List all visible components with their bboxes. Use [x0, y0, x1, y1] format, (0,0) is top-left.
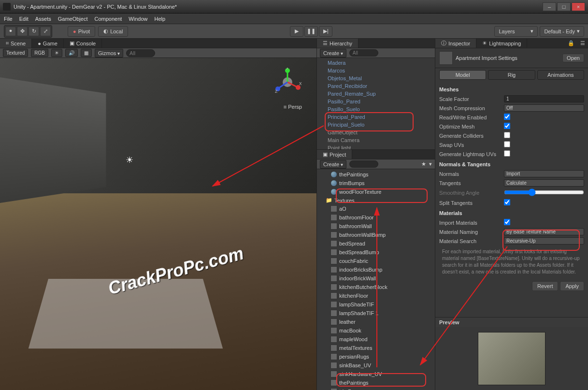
project-item[interactable]: kitchenButcherBlock [317, 283, 435, 291]
project-item[interactable]: bathroomFloor [317, 213, 435, 222]
tab-console[interactable]: ▣Console [64, 39, 102, 48]
project-item[interactable]: sinkHardware_UV [317, 370, 435, 378]
menu-help[interactable]: Help [154, 16, 165, 22]
preview-header[interactable]: Preview [435, 318, 588, 327]
project-item[interactable]: macBook [317, 326, 435, 335]
layout-dropdown[interactable]: Default - Edy▾ [540, 26, 584, 37]
material-naming-dropdown[interactable]: By Base Texture Name [504, 228, 584, 235]
hierarchy-item[interactable]: GameObject [317, 129, 435, 136]
material-search-dropdown[interactable]: Recursive-Up [504, 237, 584, 245]
project-item[interactable]: indoorBrickWall [317, 274, 435, 283]
hierarchy-item[interactable]: Pasillo_Pared [317, 98, 435, 105]
rig-tab[interactable]: Rig [488, 70, 535, 80]
mesh-compression-dropdown[interactable]: Off [504, 104, 584, 112]
hierarchy-item[interactable]: Pasillo_Suelo [317, 105, 435, 113]
import-materials-checkbox[interactable] [504, 219, 510, 225]
pivot-toggle[interactable]: ●Pivot [68, 26, 95, 37]
menu-component[interactable]: Component [94, 16, 122, 22]
project-search[interactable] [349, 160, 378, 168]
project-item[interactable]: indoorBricksBump [317, 265, 435, 274]
project-menu-icon[interactable]: ▾ [429, 161, 432, 167]
hierarchy-item[interactable]: Pared_Recibidor [317, 82, 435, 90]
project-item[interactable]: bathroomWallBump [317, 231, 435, 239]
menu-gameobject[interactable]: GameObject [58, 16, 88, 22]
optimize-checkbox[interactable] [504, 123, 510, 129]
hierarchy-item[interactable]: Main Camera [317, 136, 435, 144]
project-item[interactable]: bedSpread [317, 239, 435, 248]
swap-uvs-checkbox[interactable] [504, 141, 510, 147]
hierarchy-item[interactable]: Madera [317, 59, 435, 67]
gizmos-dropdown[interactable]: Gizmos ▾ [95, 49, 123, 58]
project-item[interactable]: woodFloorTexture [317, 188, 435, 196]
tab-hierarchy[interactable]: ☰Hierarchy [317, 39, 359, 48]
project-item[interactable]: thePaintings [317, 170, 435, 179]
hierarchy-item[interactable]: Principal_Pared [317, 113, 435, 121]
model-tab[interactable]: Model [439, 70, 486, 80]
hierarchy-item[interactable]: Objetos_Metal [317, 74, 435, 82]
revert-button[interactable]: Revert [532, 281, 558, 291]
orientation-gizmo[interactable]: yxz [273, 68, 302, 97]
step-button[interactable]: ▶| [319, 26, 332, 37]
menu-assets[interactable]: Assets [35, 16, 51, 22]
project-item[interactable]: aO [317, 204, 435, 213]
hierarchy-item[interactable]: Principal_Suelo [317, 121, 435, 129]
rotate-tool[interactable]: ↻ [29, 27, 39, 36]
projection-label[interactable]: ≡ Persp [284, 104, 302, 110]
project-item[interactable]: bathroomWall [317, 222, 435, 231]
layers-dropdown[interactable]: Layers▾ [494, 26, 538, 37]
move-tool[interactable]: ✥ [17, 27, 28, 36]
hierarchy-list[interactable]: MaderaMarcosObjetos_MetalPared_Recibidor… [317, 58, 435, 149]
scale-tool[interactable]: ⤢ [40, 27, 51, 36]
lock-icon[interactable]: 🔒 [565, 39, 577, 48]
rgb-dropdown[interactable]: RGB [31, 49, 48, 57]
hierarchy-item[interactable]: Pared_Remate_Sup [317, 90, 435, 98]
project-item[interactable]: mapleWood [317, 335, 435, 344]
minimize-button[interactable]: – [543, 2, 556, 11]
favorites-icon[interactable]: ★ [421, 161, 426, 167]
light-toggle[interactable]: ☀ [51, 49, 62, 57]
project-item[interactable]: metalTextures [317, 344, 435, 352]
project-item[interactable]: persianRugs [317, 352, 435, 361]
hierarchy-item[interactable]: Marcos [317, 67, 435, 74]
fx-toggle[interactable]: ▦ [81, 49, 92, 57]
project-item[interactable]: trimBumps [317, 179, 435, 188]
lightmap-uvs-checkbox[interactable] [504, 150, 510, 157]
inspector-menu-icon[interactable]: ☰ [577, 39, 588, 48]
hierarchy-item[interactable]: Point light [317, 144, 435, 149]
project-item[interactable]: thePaintings [317, 378, 435, 387]
tab-inspector[interactable]: ⓘInspector [435, 39, 476, 48]
maximize-button[interactable]: □ [557, 2, 571, 11]
hierarchy-create-dropdown[interactable]: Create ▾ [320, 49, 346, 58]
tab-project[interactable]: ▣Project [317, 150, 352, 159]
project-item[interactable]: lampShadeTIF [317, 300, 435, 309]
open-button[interactable]: Open [562, 54, 584, 62]
project-item[interactable]: couchFabric [317, 257, 435, 265]
normals-dropdown[interactable]: Import [504, 170, 584, 177]
project-item[interactable]: kitchenFloor [317, 291, 435, 300]
project-list[interactable]: thePaintingstrimBumpswoodFloorTexture📁Te… [317, 169, 435, 390]
tab-scene[interactable]: ⌗Scene [0, 39, 32, 48]
pause-button[interactable]: ❚❚ [304, 26, 318, 37]
smoothing-slider[interactable] [504, 188, 584, 196]
scene-search[interactable] [126, 49, 155, 57]
shading-dropdown[interactable]: Textured [3, 49, 28, 57]
audio-toggle[interactable]: 🔊 [65, 49, 78, 57]
hierarchy-search[interactable] [349, 49, 378, 57]
colliders-checkbox[interactable] [504, 132, 510, 138]
project-item[interactable]: lampShadeTIF 1 [317, 309, 435, 318]
menu-window[interactable]: Window [129, 16, 147, 22]
preview-viewport[interactable] [435, 327, 588, 390]
project-folder[interactable]: 📁Textures [317, 196, 435, 204]
project-create-dropdown[interactable]: Create ▾ [320, 160, 346, 169]
menu-file[interactable]: File [4, 16, 13, 22]
tab-game[interactable]: ●Game [32, 39, 64, 48]
tab-lightmapping[interactable]: ☀Lightmapping [476, 39, 527, 48]
project-item[interactable]: trimBumps [317, 387, 435, 390]
menu-edit[interactable]: Edit [19, 16, 29, 22]
animations-tab[interactable]: Animations [537, 70, 584, 80]
tangents-dropdown[interactable]: Calculate [504, 179, 584, 187]
play-button[interactable]: ▶ [290, 26, 303, 37]
hand-tool[interactable] [5, 27, 16, 36]
local-toggle[interactable]: ◐Local [98, 26, 128, 37]
project-item[interactable]: sinkBase_UV [317, 361, 435, 370]
